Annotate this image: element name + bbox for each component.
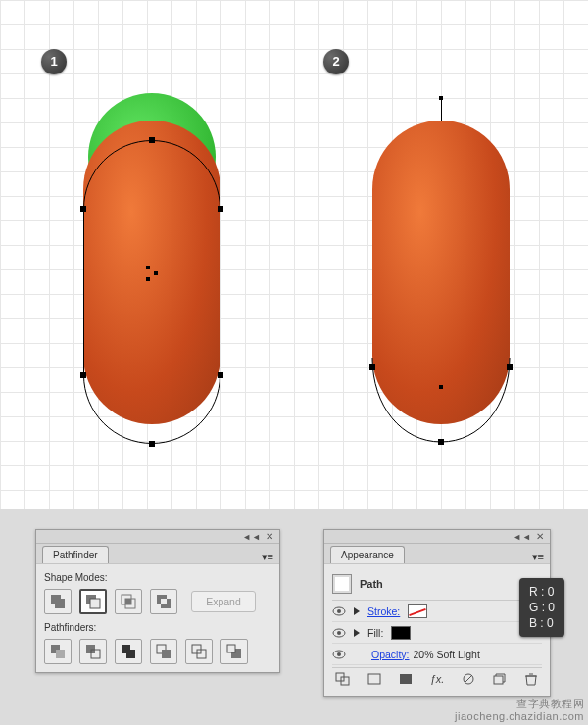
panel-strip: ◄◄ ✕ Pathfinder ▾≡ Shape Modes: (0, 509, 588, 725)
anchor[interactable] (149, 441, 155, 447)
clear-appearance-icon[interactable] (460, 672, 477, 686)
center-indicator (439, 385, 443, 389)
svg-rect-21 (227, 645, 235, 652)
appearance-footer: ƒx. (332, 667, 542, 688)
add-stroke-icon[interactable] (366, 672, 383, 686)
pathfinder-merge[interactable] (115, 639, 142, 664)
anchor[interactable] (369, 364, 375, 370)
shape-modes-row: Expand (44, 589, 271, 614)
handle-end[interactable] (439, 96, 443, 100)
svg-line-33 (465, 675, 472, 683)
shapemode-minus-front[interactable] (79, 589, 107, 614)
center-indicator (146, 266, 150, 269)
opacity-value: 20% Soft Light (414, 649, 480, 660)
panel-topbar[interactable]: ◄◄ ✕ (324, 530, 550, 544)
visibility-toggle-icon[interactable] (332, 604, 346, 618)
appearance-row-opacity[interactable]: Opacity:20% Soft Light (332, 644, 542, 665)
panel-menu-icon[interactable]: ▾≡ (256, 551, 279, 563)
step-badge-1: 1 (41, 49, 67, 74)
artboard-canvas[interactable]: 1 2 (0, 0, 588, 509)
step-badge-2: 2 (323, 49, 349, 74)
rgb-g: G : 0 (529, 600, 555, 615)
panel-tabbar: Pathfinder ▾≡ (36, 544, 279, 563)
shape-group-2[interactable] (372, 93, 529, 426)
svg-rect-30 (368, 674, 380, 684)
shapemode-exclude[interactable] (150, 589, 177, 614)
appearance-panel[interactable]: ◄◄ ✕ Appearance ▾≡ Path Stroke: (323, 529, 551, 697)
selection-outline-1 (83, 140, 220, 444)
tab-pathfinder[interactable]: Pathfinder (42, 546, 109, 563)
svg-rect-1 (55, 599, 65, 608)
svg-rect-15 (126, 650, 135, 658)
shape-group-1[interactable] (83, 93, 240, 426)
disclosure-triangle-icon[interactable] (354, 607, 360, 615)
svg-point-27 (337, 652, 341, 656)
visibility-toggle-icon[interactable] (332, 626, 346, 640)
panel-collapse-icon[interactable]: ◄◄ (513, 532, 532, 542)
pathfinder-panel[interactable]: ◄◄ ✕ Pathfinder ▾≡ Shape Modes: (35, 529, 280, 673)
panel-close-icon[interactable]: ✕ (536, 531, 544, 542)
duplicate-item-icon[interactable] (491, 672, 509, 686)
rgb-r: R : 0 (529, 584, 555, 600)
visibility-toggle-icon[interactable] (332, 648, 346, 661)
expand-button[interactable]: Expand (191, 591, 256, 612)
target-thumbnail (332, 574, 352, 594)
appearance-body: Path Stroke: Fill: (324, 563, 550, 696)
panel-topbar[interactable]: ◄◄ ✕ (36, 530, 279, 544)
add-effect-icon[interactable]: ƒx. (428, 672, 446, 686)
svg-point-25 (337, 631, 341, 635)
panel-close-icon[interactable]: ✕ (266, 531, 273, 542)
svg-rect-3 (90, 599, 100, 608)
rgb-b: B : 0 (529, 615, 555, 631)
fill-label: Fill: (368, 627, 383, 639)
delete-item-icon[interactable] (522, 672, 540, 686)
pathfinder-trim[interactable] (79, 639, 107, 664)
svg-rect-17 (162, 650, 171, 658)
pathfinders-row (44, 639, 271, 664)
shape-modes-label: Shape Modes: (44, 572, 271, 583)
target-name: Path (360, 578, 383, 590)
tab-appearance[interactable]: Appearance (330, 546, 405, 563)
shapemode-unite[interactable] (44, 589, 72, 614)
stroke-swatch-none[interactable] (408, 604, 427, 618)
svg-rect-11 (56, 650, 65, 658)
panel-collapse-icon[interactable]: ◄◄ (242, 532, 262, 542)
new-art-mode-icon[interactable] (334, 672, 352, 686)
svg-rect-9 (161, 599, 167, 604)
panel-menu-icon[interactable]: ▾≡ (526, 551, 550, 563)
rgb-readout-tooltip: R : 0 G : 0 B : 0 (519, 578, 564, 637)
direction-handle[interactable] (441, 98, 442, 121)
selection-outline-2 (372, 358, 510, 446)
center-indicator (146, 277, 150, 281)
opacity-label[interactable]: Opacity: (371, 649, 410, 660)
anchor[interactable] (438, 439, 444, 445)
appearance-row-stroke[interactable]: Stroke: (332, 601, 542, 622)
pathfinder-minus-back[interactable] (220, 639, 248, 664)
anchor[interactable] (149, 137, 155, 143)
stroke-label[interactable]: Stroke: (368, 605, 400, 617)
opacity-cell[interactable]: Opacity:20% Soft Light (371, 649, 480, 660)
panel-tabbar: Appearance ▾≡ (324, 544, 550, 563)
anchor[interactable] (218, 206, 223, 212)
add-fill-icon[interactable] (397, 672, 415, 686)
shapemode-intersect[interactable] (115, 589, 142, 614)
svg-point-23 (337, 609, 341, 613)
anchor[interactable] (507, 364, 513, 370)
fill-swatch-black[interactable] (391, 626, 411, 640)
svg-rect-6 (125, 599, 131, 604)
anchor[interactable] (218, 372, 223, 378)
appearance-target-row: Path (332, 570, 542, 601)
pathfinder-outline[interactable] (185, 639, 213, 664)
svg-rect-31 (400, 674, 412, 684)
anchor[interactable] (80, 372, 86, 378)
appearance-row-fill[interactable]: Fill: (332, 622, 542, 644)
pathfinders-label: Pathfinders: (44, 622, 271, 633)
pathfinder-divide[interactable] (44, 639, 72, 664)
svg-rect-34 (494, 676, 503, 684)
disclosure-triangle-icon[interactable] (354, 629, 360, 637)
pathfinder-body: Shape Modes: Expand Pathfinders: (36, 563, 279, 672)
pathfinder-crop[interactable] (150, 639, 177, 664)
center-indicator (154, 271, 158, 275)
anchor[interactable] (80, 206, 86, 212)
